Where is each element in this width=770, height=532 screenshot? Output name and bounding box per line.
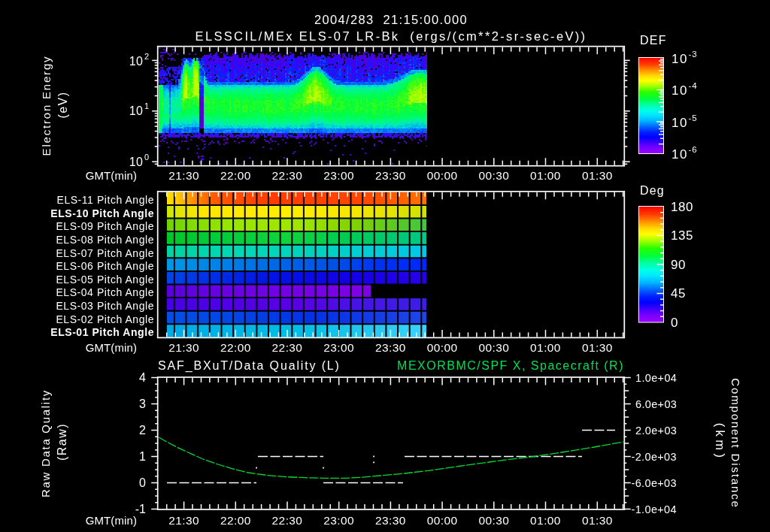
svg-text:21:30: 21:30 <box>168 169 199 182</box>
svg-text:01:00: 01:00 <box>530 341 561 354</box>
svg-text:00:30: 00:30 <box>478 169 509 182</box>
svg-text:0: 0 <box>144 153 149 162</box>
svg-text:10: 10 <box>129 104 144 117</box>
svg-text:ELS-11 Pitch Angle: ELS-11 Pitch Angle <box>57 194 155 206</box>
svg-text:1: 1 <box>144 101 149 110</box>
svg-text:10: 10 <box>671 83 688 98</box>
svg-text:ELS-02 Pitch Angle: ELS-02 Pitch Angle <box>56 313 154 325</box>
svg-text:ELS-08 Pitch Angle: ELS-08 Pitch Angle <box>56 234 154 246</box>
svg-text:Raw Data Quality: Raw Data Quality <box>39 389 52 497</box>
svg-text:1.0e+04: 1.0e+04 <box>635 372 677 384</box>
svg-text:6.0e+03: 6.0e+03 <box>635 398 677 410</box>
svg-text:22:00: 22:00 <box>220 169 251 182</box>
svg-text:01:00: 01:00 <box>530 169 561 182</box>
svg-text:23:00: 23:00 <box>323 514 354 527</box>
svg-text:90: 90 <box>671 258 686 272</box>
svg-text:ELS-10 Pitch Angle: ELS-10 Pitch Angle <box>50 207 154 219</box>
svg-text:22:30: 22:30 <box>272 169 303 182</box>
svg-text:1: 1 <box>139 450 146 463</box>
svg-text:22:00: 22:00 <box>220 341 251 354</box>
svg-text:00:30: 00:30 <box>478 341 509 354</box>
svg-text:ELS-01 Pitch Angle: ELS-01 Pitch Angle <box>50 326 154 338</box>
svg-text:(km): (km) <box>714 423 727 461</box>
svg-text:23:00: 23:00 <box>323 169 354 182</box>
svg-text:ELS-06 Pitch Angle: ELS-06 Pitch Angle <box>56 260 154 272</box>
svg-text:-5: -5 <box>689 113 698 122</box>
svg-text:10: 10 <box>129 156 144 168</box>
svg-text:2: 2 <box>139 424 146 437</box>
svg-text:10: 10 <box>671 147 688 162</box>
svg-text:0: 0 <box>671 316 678 330</box>
svg-text:22:30: 22:30 <box>272 341 303 354</box>
svg-text:-1.0e+04: -1.0e+04 <box>632 503 677 515</box>
svg-text:45: 45 <box>671 286 686 301</box>
svg-text:-6.0e+03: -6.0e+03 <box>632 477 677 489</box>
svg-text:2.0e+03: 2.0e+03 <box>635 425 677 437</box>
svg-text:(Raw): (Raw) <box>56 423 68 461</box>
svg-text:ELS-04 Pitch Angle: ELS-04 Pitch Angle <box>56 286 154 298</box>
svg-text:2: 2 <box>144 52 149 61</box>
svg-text:01:30: 01:30 <box>582 169 613 182</box>
svg-text:01:00: 01:00 <box>530 514 561 527</box>
svg-text:Electron Energy: Electron Energy <box>40 56 53 156</box>
svg-text:DEF: DEF <box>640 34 667 47</box>
svg-text:10: 10 <box>671 116 688 130</box>
svg-text:23:00: 23:00 <box>323 341 354 354</box>
svg-text:Deg: Deg <box>640 184 665 197</box>
svg-text:ELSSCIL/MEx ELS-07 LR-Bk (erg: ELSSCIL/MEx ELS-07 LR-Bk (ergs/(cm**2-sr… <box>196 29 587 43</box>
svg-text:21:30: 21:30 <box>168 514 199 527</box>
svg-text:22:30: 22:30 <box>272 514 303 527</box>
svg-text:10: 10 <box>129 55 144 68</box>
svg-text:ELS-07 Pitch Angle: ELS-07 Pitch Angle <box>56 247 154 259</box>
svg-text:-3: -3 <box>689 50 698 59</box>
svg-text:3: 3 <box>139 397 146 410</box>
svg-text:00:00: 00:00 <box>427 341 458 354</box>
svg-text:4: 4 <box>139 371 146 384</box>
svg-text:GMT(min): GMT(min) <box>86 341 137 354</box>
svg-text:MEXORBMC/SPF X, Spacecraft (R): MEXORBMC/SPF X, Spacecraft (R) <box>397 359 624 372</box>
svg-text:00:30: 00:30 <box>478 514 509 527</box>
svg-text:00:00: 00:00 <box>427 169 458 182</box>
svg-text:ELS-03 Pitch Angle: ELS-03 Pitch Angle <box>56 300 154 312</box>
svg-text:00:00: 00:00 <box>427 514 458 527</box>
svg-text:01:30: 01:30 <box>582 341 613 354</box>
svg-text:2004/283 21:15:00.000: 2004/283 21:15:00.000 <box>314 13 468 26</box>
svg-text:-2.0e+03: -2.0e+03 <box>632 451 677 463</box>
svg-text:-6: -6 <box>689 145 698 154</box>
svg-text:22:00: 22:00 <box>220 514 251 527</box>
svg-text:ELS-09 Pitch Angle: ELS-09 Pitch Angle <box>56 220 154 232</box>
svg-text:GMT(min): GMT(min) <box>86 169 137 182</box>
svg-text:21:30: 21:30 <box>168 341 199 354</box>
svg-text:10: 10 <box>671 52 688 66</box>
svg-text:-4: -4 <box>689 81 698 90</box>
svg-text:Component Distance: Component Distance <box>729 378 742 508</box>
svg-text:GMT(min): GMT(min) <box>86 514 137 527</box>
svg-text:0: 0 <box>139 476 146 489</box>
svg-text:ELS-05 Pitch Angle: ELS-05 Pitch Angle <box>56 274 154 286</box>
svg-text:135: 135 <box>671 228 693 243</box>
svg-text:23:30: 23:30 <box>375 341 406 354</box>
svg-text:01:30: 01:30 <box>582 514 613 527</box>
svg-text:23:30: 23:30 <box>375 169 406 182</box>
svg-text:SAF_BXuT/Data Quality (L): SAF_BXuT/Data Quality (L) <box>158 359 341 373</box>
svg-text:(eV): (eV) <box>56 92 69 119</box>
svg-text:23:30: 23:30 <box>375 514 406 527</box>
svg-text:180: 180 <box>671 200 693 214</box>
